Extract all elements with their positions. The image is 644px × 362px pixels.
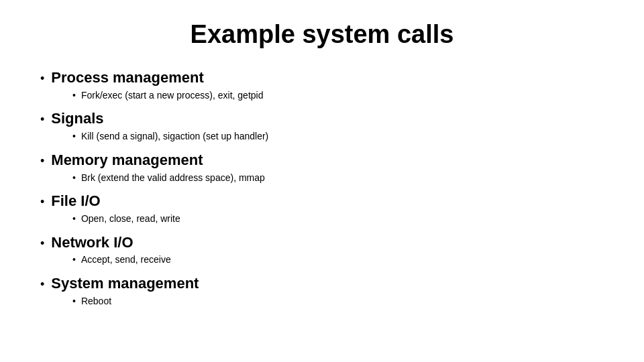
- sub-item-row: •Kill (send a signal), sigaction (set up…: [72, 130, 604, 143]
- main-item: •File I/O•Open, close, read, write: [40, 191, 604, 228]
- main-item-label: System management: [51, 274, 199, 294]
- bullet-sub: •: [72, 130, 76, 143]
- main-item-row: •Process management: [40, 68, 604, 88]
- content-list: •Process management•Fork/exec (start a n…: [40, 68, 604, 312]
- sub-item-label: Reboot: [81, 295, 111, 308]
- sub-item-label: Open, close, read, write: [81, 213, 180, 226]
- bullet-sub: •: [72, 172, 76, 185]
- bullet-main: •: [40, 70, 44, 87]
- sub-item-label: Brk (extend the valid address space), mm…: [81, 172, 265, 185]
- main-item-label: Memory management: [51, 150, 203, 171]
- main-item: •Network I/O•Accept, send, receive: [40, 233, 604, 269]
- sub-item-label: Accept, send, receive: [81, 253, 171, 267]
- main-item-label: Network I/O: [51, 233, 133, 253]
- sub-item-row: •Open, close, read, write: [72, 213, 604, 226]
- sub-item-label: Fork/exec (start a new process), exit, g…: [81, 89, 264, 103]
- sub-item-label: Kill (send a signal), sigaction (set up …: [81, 130, 268, 143]
- main-item: •System management•Reboot: [40, 274, 604, 310]
- sub-item-row: •Reboot: [72, 295, 604, 308]
- main-item-label: Process management: [51, 68, 203, 88]
- main-item-row: •Signals: [40, 109, 604, 129]
- main-item: •Signals•Kill (send a signal), sigaction…: [40, 109, 604, 145]
- slide: Example system calls •Process management…: [0, 0, 644, 362]
- bullet-sub: •: [72, 253, 76, 267]
- main-item: •Memory management•Brk (extend the valid…: [40, 150, 604, 187]
- main-item-label: Signals: [51, 109, 103, 129]
- main-item: •Process management•Fork/exec (start a n…: [40, 68, 604, 105]
- bullet-main: •: [40, 276, 44, 293]
- bullet-sub: •: [72, 213, 76, 226]
- sub-item-row: •Fork/exec (start a new process), exit, …: [72, 89, 604, 103]
- bullet-sub: •: [72, 89, 76, 103]
- bullet-main: •: [40, 194, 44, 210]
- main-item-row: •Network I/O: [40, 233, 604, 253]
- sub-item-row: •Accept, send, receive: [72, 253, 604, 267]
- main-item-row: •Memory management: [40, 150, 604, 171]
- sub-item-row: •Brk (extend the valid address space), m…: [72, 172, 604, 185]
- slide-title: Example system calls: [40, 20, 604, 49]
- bullet-main: •: [40, 153, 44, 170]
- bullet-main: •: [40, 235, 44, 252]
- bullet-sub: •: [72, 295, 76, 308]
- main-item-label: File I/O: [51, 191, 100, 212]
- main-item-row: •System management: [40, 274, 604, 294]
- bullet-main: •: [40, 111, 44, 128]
- main-item-row: •File I/O: [40, 191, 604, 212]
